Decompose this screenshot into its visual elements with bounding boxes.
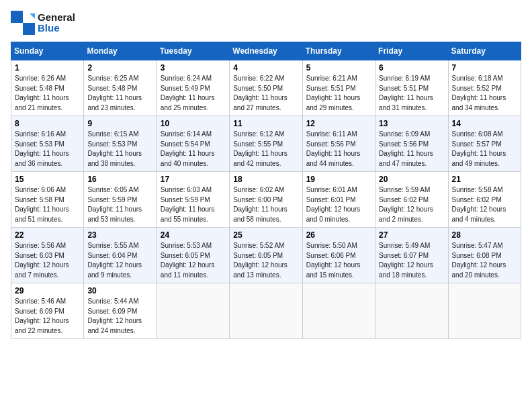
calendar-cell: 25 Sunrise: 5:52 AMSunset: 6:05 PMDaylig…	[230, 228, 302, 283]
day-info: Sunrise: 5:50 AMSunset: 6:06 PMDaylight:…	[306, 241, 371, 280]
day-number: 13	[379, 119, 444, 128]
day-number: 11	[233, 119, 298, 128]
day-info: Sunrise: 5:58 AMSunset: 6:02 PMDaylight:…	[452, 185, 517, 224]
day-info: Sunrise: 6:16 AMSunset: 5:53 PMDaylight:…	[15, 130, 80, 169]
calendar-table: SundayMondayTuesdayWednesdayThursdayFrid…	[11, 42, 521, 339]
calendar-cell: 9 Sunrise: 6:15 AMSunset: 5:53 PMDayligh…	[84, 116, 157, 172]
page-header: General Blue	[11, 11, 521, 35]
weekday-header-thursday: Thursday	[302, 42, 375, 60]
svg-rect-0	[11, 11, 23, 23]
day-info: Sunrise: 5:47 AMSunset: 6:08 PMDaylight:…	[452, 241, 517, 280]
day-number: 12	[306, 119, 371, 128]
day-info: Sunrise: 6:11 AMSunset: 5:56 PMDaylight:…	[306, 130, 371, 169]
calendar-week-1: 1 Sunrise: 6:26 AMSunset: 5:48 PMDayligh…	[11, 60, 521, 116]
day-number: 16	[87, 175, 152, 184]
day-info: Sunrise: 6:19 AMSunset: 5:51 PMDaylight:…	[379, 74, 444, 113]
day-number: 21	[452, 175, 517, 184]
day-number: 23	[87, 230, 152, 240]
calendar-cell: 20 Sunrise: 5:59 AMSunset: 6:02 PMDaylig…	[375, 172, 448, 228]
day-info: Sunrise: 6:05 AMSunset: 5:59 PMDaylight:…	[87, 185, 152, 224]
day-info: Sunrise: 6:25 AMSunset: 5:48 PMDaylight:…	[87, 74, 152, 113]
day-info: Sunrise: 6:06 AMSunset: 5:58 PMDaylight:…	[15, 185, 80, 224]
weekday-header-sunday: Sunday	[11, 42, 84, 60]
svg-rect-2	[11, 23, 23, 35]
calendar-cell	[157, 283, 229, 339]
calendar-cell	[375, 283, 448, 339]
day-number: 27	[379, 230, 444, 240]
calendar-body: 1 Sunrise: 6:26 AMSunset: 5:48 PMDayligh…	[11, 60, 521, 339]
calendar-cell: 15 Sunrise: 6:06 AMSunset: 5:58 PMDaylig…	[11, 172, 84, 228]
day-info: Sunrise: 5:53 AMSunset: 6:05 PMDaylight:…	[161, 241, 226, 280]
day-info: Sunrise: 6:01 AMSunset: 6:01 PMDaylight:…	[306, 185, 371, 224]
calendar-cell: 16 Sunrise: 6:05 AMSunset: 5:59 PMDaylig…	[84, 172, 157, 228]
day-info: Sunrise: 6:18 AMSunset: 5:52 PMDaylight:…	[452, 74, 517, 113]
calendar-cell: 22 Sunrise: 5:56 AMSunset: 6:03 PMDaylig…	[11, 228, 84, 283]
calendar-cell	[448, 283, 521, 339]
day-number: 8	[15, 119, 80, 128]
day-info: Sunrise: 6:22 AMSunset: 5:50 PMDaylight:…	[233, 74, 298, 113]
calendar-cell: 11 Sunrise: 6:12 AMSunset: 5:55 PMDaylig…	[230, 116, 302, 172]
calendar-cell: 24 Sunrise: 5:53 AMSunset: 6:05 PMDaylig…	[157, 228, 229, 283]
calendar-cell: 1 Sunrise: 6:26 AMSunset: 5:48 PMDayligh…	[11, 60, 84, 116]
calendar-cell: 2 Sunrise: 6:25 AMSunset: 5:48 PMDayligh…	[84, 60, 157, 116]
calendar-week-5: 29 Sunrise: 5:46 AMSunset: 6:09 PMDaylig…	[11, 283, 521, 339]
day-number: 7	[452, 63, 517, 73]
day-number: 1	[15, 63, 80, 73]
day-info: Sunrise: 6:15 AMSunset: 5:53 PMDaylight:…	[87, 130, 152, 169]
day-number: 18	[233, 175, 298, 184]
calendar-cell: 4 Sunrise: 6:22 AMSunset: 5:50 PMDayligh…	[230, 60, 302, 116]
day-info: Sunrise: 5:44 AMSunset: 6:09 PMDaylight:…	[87, 297, 152, 336]
calendar-cell: 21 Sunrise: 5:58 AMSunset: 6:02 PMDaylig…	[448, 172, 521, 228]
day-info: Sunrise: 5:49 AMSunset: 6:07 PMDaylight:…	[379, 241, 444, 280]
calendar-cell: 23 Sunrise: 5:55 AMSunset: 6:04 PMDaylig…	[84, 228, 157, 283]
day-number: 26	[306, 230, 371, 240]
calendar-header-row: SundayMondayTuesdayWednesdayThursdayFrid…	[11, 42, 521, 60]
calendar-cell: 7 Sunrise: 6:18 AMSunset: 5:52 PMDayligh…	[448, 60, 521, 116]
calendar-cell	[302, 283, 375, 339]
day-info: Sunrise: 5:55 AMSunset: 6:04 PMDaylight:…	[87, 241, 152, 280]
weekday-header-monday: Monday	[84, 42, 157, 60]
weekday-header-tuesday: Tuesday	[157, 42, 229, 60]
calendar-cell: 14 Sunrise: 6:08 AMSunset: 5:57 PMDaylig…	[448, 116, 521, 172]
day-info: Sunrise: 6:12 AMSunset: 5:55 PMDaylight:…	[233, 130, 298, 169]
day-number: 9	[87, 119, 152, 128]
day-number: 25	[233, 230, 298, 240]
calendar-cell: 8 Sunrise: 6:16 AMSunset: 5:53 PMDayligh…	[11, 116, 84, 172]
calendar-week-2: 8 Sunrise: 6:16 AMSunset: 5:53 PMDayligh…	[11, 116, 521, 172]
calendar-cell: 13 Sunrise: 6:09 AMSunset: 5:56 PMDaylig…	[375, 116, 448, 172]
day-info: Sunrise: 6:24 AMSunset: 5:49 PMDaylight:…	[161, 74, 226, 113]
calendar-cell: 26 Sunrise: 5:50 AMSunset: 6:06 PMDaylig…	[302, 228, 375, 283]
weekday-header-saturday: Saturday	[448, 42, 521, 60]
calendar-cell: 5 Sunrise: 6:21 AMSunset: 5:51 PMDayligh…	[302, 60, 375, 116]
day-number: 17	[161, 175, 226, 184]
svg-rect-3	[23, 23, 35, 35]
calendar-cell: 6 Sunrise: 6:19 AMSunset: 5:51 PMDayligh…	[375, 60, 448, 116]
calendar-cell: 27 Sunrise: 5:49 AMSunset: 6:07 PMDaylig…	[375, 228, 448, 283]
logo-line1: General	[38, 12, 75, 24]
day-info: Sunrise: 5:56 AMSunset: 6:03 PMDaylight:…	[15, 241, 80, 280]
day-number: 2	[87, 63, 152, 73]
day-info: Sunrise: 5:46 AMSunset: 6:09 PMDaylight:…	[15, 297, 80, 336]
day-number: 28	[452, 230, 517, 240]
calendar-week-3: 15 Sunrise: 6:06 AMSunset: 5:58 PMDaylig…	[11, 172, 521, 228]
day-number: 29	[15, 286, 80, 295]
logo-icon	[11, 11, 35, 35]
logo-line2: Blue	[38, 23, 75, 34]
day-number: 22	[15, 230, 80, 240]
calendar-cell: 10 Sunrise: 6:14 AMSunset: 5:54 PMDaylig…	[157, 116, 229, 172]
logo: General Blue	[11, 11, 75, 35]
day-info: Sunrise: 6:21 AMSunset: 5:51 PMDaylight:…	[306, 74, 371, 113]
day-info: Sunrise: 6:03 AMSunset: 5:59 PMDaylight:…	[161, 185, 226, 224]
calendar-cell: 28 Sunrise: 5:47 AMSunset: 6:08 PMDaylig…	[448, 228, 521, 283]
day-info: Sunrise: 5:59 AMSunset: 6:02 PMDaylight:…	[379, 185, 444, 224]
day-number: 19	[306, 175, 371, 184]
day-info: Sunrise: 6:02 AMSunset: 6:00 PMDaylight:…	[233, 185, 298, 224]
day-number: 24	[161, 230, 226, 240]
day-number: 20	[379, 175, 444, 184]
day-info: Sunrise: 6:26 AMSunset: 5:48 PMDaylight:…	[15, 74, 80, 113]
calendar-week-4: 22 Sunrise: 5:56 AMSunset: 6:03 PMDaylig…	[11, 228, 521, 283]
day-number: 3	[161, 63, 226, 73]
calendar-cell: 12 Sunrise: 6:11 AMSunset: 5:56 PMDaylig…	[302, 116, 375, 172]
day-number: 30	[87, 286, 152, 295]
day-number: 6	[379, 63, 444, 73]
